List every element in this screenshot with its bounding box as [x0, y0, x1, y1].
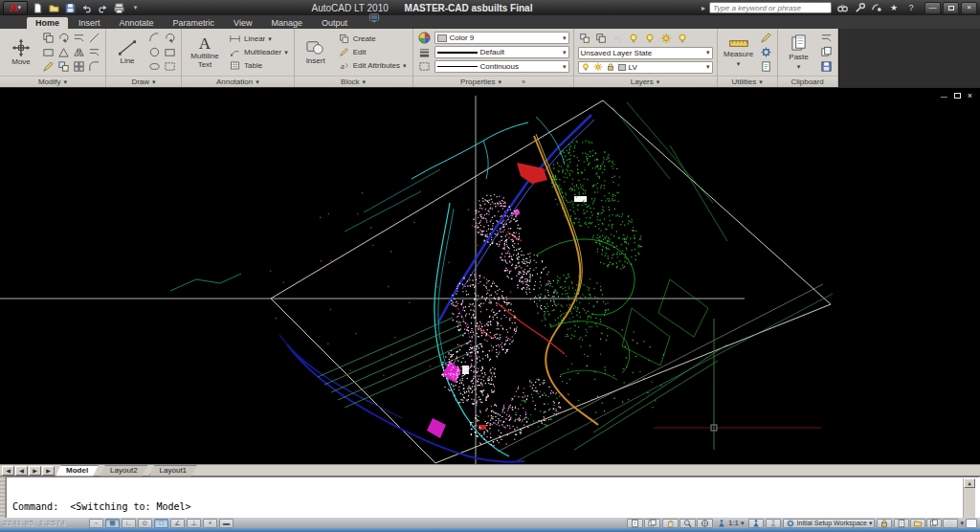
- coordinate-readout[interactable]: 2241.95, 1.2574: [3, 519, 87, 527]
- rotate-button[interactable]: [56, 32, 71, 45]
- layer-state-dropdown[interactable]: Unsaved Layer State ▾: [578, 47, 713, 59]
- infocenter-collapse-icon[interactable]: ▸: [702, 4, 705, 12]
- mirror-button[interactable]: [72, 46, 86, 59]
- line-button[interactable]: Line: [110, 38, 145, 66]
- offset-button[interactable]: [87, 32, 101, 45]
- cut-button[interactable]: [819, 32, 834, 45]
- circle-button[interactable]: [147, 46, 162, 59]
- application-menu-button[interactable]: A ▾: [3, 1, 28, 15]
- paste-button[interactable]: Paste ▾: [782, 33, 816, 71]
- drawing-minimize-button[interactable]: —: [941, 93, 947, 100]
- status-menu-dropdown[interactable]: ▾: [960, 520, 964, 527]
- modify-panel-label[interactable]: Modify ▾: [0, 76, 105, 87]
- measure-button[interactable]: Measure ▾: [722, 36, 756, 68]
- quick-calc-button[interactable]: [759, 46, 773, 59]
- chamfer-button[interactable]: [87, 46, 101, 59]
- multileader-button[interactable]: Multileader ▾: [227, 46, 290, 58]
- draw-panel-label[interactable]: Draw ▾: [106, 76, 181, 87]
- communication-center-icon[interactable]: [870, 2, 883, 14]
- qat-customize-dropdown[interactable]: ▾: [128, 2, 143, 14]
- table-button[interactable]: Table: [227, 59, 290, 72]
- layers-panel-label[interactable]: Layers ▾: [574, 76, 717, 87]
- grid-toggle[interactable]: ▦: [105, 519, 120, 528]
- next-tab-button[interactable]: ▶: [29, 466, 41, 476]
- annotation-visibility-button[interactable]: [748, 519, 764, 528]
- otrack-toggle[interactable]: ∠: [170, 519, 185, 528]
- lineweight-dropdown[interactable]: Default ▾: [434, 46, 569, 58]
- drawing-restore-button[interactable]: [954, 93, 961, 99]
- dyn-toggle[interactable]: +: [203, 519, 217, 528]
- linear-dimension-button[interactable]: Linear ▾: [227, 33, 290, 45]
- help-icon[interactable]: ?: [904, 2, 918, 14]
- erase-button[interactable]: [41, 60, 56, 74]
- quick-view-drawings-button[interactable]: [627, 519, 643, 528]
- ortho-toggle[interactable]: ∟: [122, 519, 136, 528]
- annotation-panel-label[interactable]: Annotation ▾: [182, 76, 294, 87]
- layer-thaw-sun-icon[interactable]: [593, 62, 603, 72]
- layer-dropdown[interactable]: LV ▾: [578, 61, 713, 74]
- plot-button[interactable]: [112, 2, 126, 14]
- auto-annotation-scale-button[interactable]: [766, 519, 781, 528]
- clean-screen-button[interactable]: [966, 519, 977, 528]
- display-monitor-icon[interactable]: [368, 11, 381, 28]
- quick-select-button[interactable]: [759, 32, 773, 45]
- tab-output[interactable]: Output: [313, 17, 356, 29]
- prev-tab-button[interactable]: ◀: [15, 466, 28, 476]
- utilities-panel-label[interactable]: Utilities ▾: [718, 76, 777, 87]
- layer-off-button[interactable]: [676, 32, 690, 45]
- drawing-close-button[interactable]: ×: [968, 91, 972, 100]
- scale-button[interactable]: [56, 46, 71, 59]
- tab-annotate[interactable]: Annotate: [111, 17, 163, 29]
- first-tab-button[interactable]: ◀: [2, 466, 14, 476]
- object-color-dropdown[interactable]: Color 9 ▾: [434, 32, 569, 44]
- fillet-button[interactable]: [87, 60, 101, 74]
- copy-base-button[interactable]: [819, 60, 834, 74]
- osnap-toggle[interactable]: □: [154, 519, 168, 528]
- favorites-star-icon[interactable]: ★: [887, 2, 901, 14]
- tab-layout1[interactable]: Layout1: [149, 465, 197, 477]
- move-button[interactable]: Move: [4, 37, 38, 67]
- multiline-text-button[interactable]: A Multiline Text: [186, 34, 224, 70]
- panel-overflow-icon[interactable]: »: [522, 78, 525, 85]
- block-create-button[interactable]: Create: [336, 33, 409, 45]
- status-tray-icon-2[interactable]: [910, 519, 925, 528]
- block-panel-label[interactable]: Block ▾: [295, 76, 412, 87]
- tab-model[interactable]: Model: [56, 465, 99, 477]
- arc-button[interactable]: [147, 32, 162, 45]
- ellipse-button[interactable]: [147, 60, 162, 74]
- copy-clip-button[interactable]: [819, 46, 834, 59]
- tab-manage[interactable]: Manage: [262, 17, 311, 29]
- status-tray-icon-1[interactable]: [894, 519, 909, 528]
- redo-button[interactable]: [96, 2, 110, 14]
- ducs-toggle[interactable]: ⊥: [187, 519, 201, 528]
- layer-lock-icon[interactable]: [606, 62, 615, 72]
- workspace-switcher[interactable]: Initial Setup Workspace ▾: [783, 519, 876, 528]
- undo-button[interactable]: [79, 2, 94, 14]
- rectangle-button[interactable]: [163, 46, 177, 59]
- new-button[interactable]: [31, 2, 45, 14]
- tab-layout2[interactable]: Layout2: [100, 465, 147, 477]
- last-tab-button[interactable]: ▶: [42, 466, 55, 476]
- tab-view[interactable]: View: [225, 17, 260, 29]
- steering-wheel-button[interactable]: [697, 519, 713, 528]
- drawing-canvas[interactable]: — ×: [0, 88, 980, 464]
- block-edit-button[interactable]: Edit: [336, 46, 409, 58]
- layer-isolate-button[interactable]: [627, 32, 641, 45]
- annotation-scale-button[interactable]: 1:1 ▾: [715, 519, 746, 528]
- explode-button[interactable]: [56, 60, 71, 74]
- edit-attributes-button[interactable]: Edit Attributes ▾: [336, 59, 409, 72]
- properties-panel-label[interactable]: Properties ▾ »: [413, 76, 573, 87]
- subscription-center-icon[interactable]: [853, 2, 866, 14]
- status-tray-icon-3[interactable]: [926, 519, 942, 528]
- trim-button[interactable]: [72, 32, 86, 45]
- pan-button[interactable]: [662, 519, 679, 528]
- layer-unisolate-button[interactable]: [643, 32, 657, 45]
- layer-freeze-button[interactable]: [659, 32, 674, 45]
- status-tray-icon-4[interactable]: [943, 519, 958, 528]
- polar-toggle[interactable]: ⊙: [138, 519, 152, 528]
- close-button[interactable]: ×: [961, 2, 977, 14]
- polyline-button[interactable]: [163, 32, 177, 45]
- quick-view-layouts-button[interactable]: [644, 519, 660, 528]
- maximize-button[interactable]: [943, 2, 959, 14]
- clipboard-panel-label[interactable]: Clipboard: [778, 76, 837, 87]
